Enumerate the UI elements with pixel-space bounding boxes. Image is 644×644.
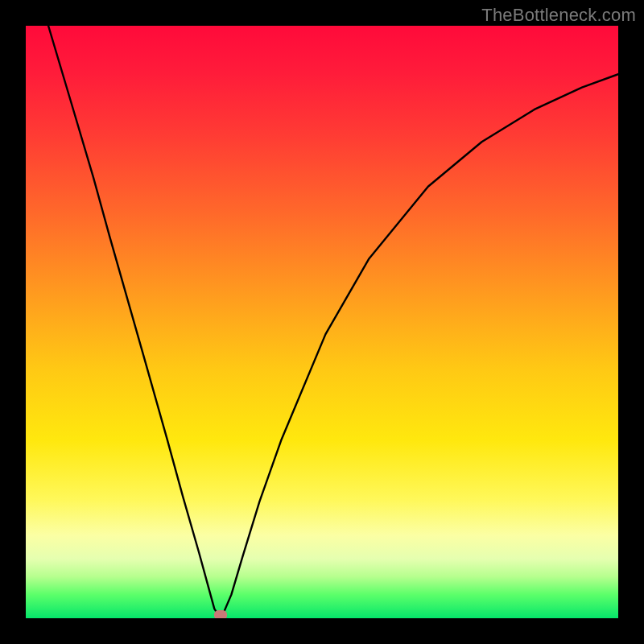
bottleneck-curve: [48, 26, 618, 615]
chart-frame: TheBottleneck.com: [0, 0, 644, 644]
curve-layer: [26, 26, 618, 618]
curve-minimum-marker: [214, 610, 227, 618]
plot-area: [26, 26, 618, 618]
watermark-text: TheBottleneck.com: [481, 5, 636, 26]
